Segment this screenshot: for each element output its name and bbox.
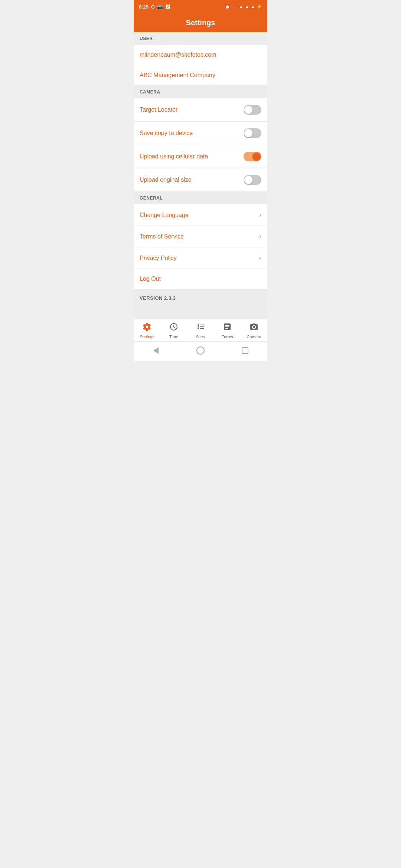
sites-nav-icon bbox=[196, 322, 205, 333]
target-locator-thumb bbox=[244, 106, 252, 114]
change-language-arrow: › bbox=[259, 211, 261, 219]
forms-nav-icon bbox=[223, 322, 232, 333]
upload-cellular-toggle[interactable] bbox=[244, 152, 261, 161]
svg-point-4 bbox=[198, 328, 199, 329]
upload-original-track bbox=[244, 175, 261, 185]
privacy-policy-label: Privacy Policy bbox=[140, 255, 177, 262]
save-copy-thumb bbox=[244, 129, 252, 137]
time-nav-icon bbox=[169, 322, 178, 333]
change-language-label: Change Language bbox=[140, 212, 189, 218]
log-out-label: Log Out bbox=[140, 276, 161, 282]
notification-icon-3: 🖼 bbox=[165, 4, 170, 10]
camera-nav-label: Camera bbox=[247, 335, 261, 339]
svg-point-0 bbox=[198, 324, 199, 326]
version-label: VERSION 2.3.3 bbox=[140, 295, 176, 301]
svg-text:+: + bbox=[256, 323, 258, 326]
nav-time[interactable]: Time bbox=[163, 322, 184, 339]
svg-rect-5 bbox=[200, 328, 204, 329]
forms-nav-label: Forms bbox=[221, 335, 233, 339]
wifi-icon: ▲ bbox=[239, 4, 243, 9]
privacy-policy-arrow: › bbox=[259, 254, 261, 262]
notification-icon-2: 📷 bbox=[157, 4, 163, 10]
upload-cellular-track bbox=[244, 152, 261, 161]
user-email: mlindenbaum@sitefotos.com bbox=[140, 52, 216, 58]
svg-rect-1 bbox=[200, 325, 204, 325]
alarm-icon: ⏰ bbox=[225, 4, 230, 9]
back-icon bbox=[153, 347, 159, 354]
save-copy-track bbox=[244, 128, 261, 138]
target-locator-track bbox=[244, 105, 261, 115]
app-bar: Settings bbox=[134, 13, 267, 32]
settings-nav-icon bbox=[143, 322, 151, 333]
svg-rect-3 bbox=[200, 326, 204, 327]
save-copy-item[interactable]: Save copy to device bbox=[134, 122, 267, 145]
status-bar: 8:29 ⊙ 📷 🖼 ⏰ 📍 ▲ ▲ ▲ ⚡ bbox=[134, 0, 267, 13]
section-header-user: USER bbox=[134, 32, 267, 45]
upload-original-label: Upload original size bbox=[140, 177, 192, 183]
nav-settings[interactable]: Settings bbox=[137, 322, 157, 339]
settings-nav-label: Settings bbox=[140, 335, 154, 339]
upload-cellular-item[interactable]: Upload using cellular data bbox=[134, 145, 267, 168]
target-locator-toggle[interactable] bbox=[244, 105, 261, 115]
signal-icon-2: ▲ bbox=[251, 4, 255, 9]
version-section: VERSION 2.3.3 bbox=[134, 289, 267, 319]
nav-forms[interactable]: Forms bbox=[217, 322, 238, 339]
nav-sites[interactable]: Sites bbox=[190, 322, 211, 339]
section-header-general: GENERAL bbox=[134, 192, 267, 204]
terms-of-service-label: Terms of Service bbox=[140, 233, 184, 240]
battery-icon: ⚡ bbox=[257, 4, 262, 9]
user-company: ABC Management Company bbox=[140, 72, 215, 79]
bottom-nav: Settings Time Sites Forms bbox=[134, 319, 267, 341]
notification-icon-1: ⊙ bbox=[151, 4, 155, 10]
user-company-item[interactable]: ABC Management Company bbox=[134, 65, 267, 86]
save-copy-toggle[interactable] bbox=[244, 128, 261, 138]
recents-button[interactable] bbox=[240, 345, 250, 356]
section-header-camera: CAMERA bbox=[134, 86, 267, 98]
sites-nav-label: Sites bbox=[196, 335, 205, 339]
status-left: 8:29 ⊙ 📷 🖼 bbox=[139, 4, 170, 10]
home-icon bbox=[196, 346, 205, 355]
time-nav-label: Time bbox=[169, 335, 178, 339]
signal-icon-1: ▲ bbox=[245, 4, 249, 9]
terms-of-service-arrow: › bbox=[259, 233, 261, 240]
camera-nav-icon: + bbox=[250, 322, 258, 333]
user-email-item[interactable]: mlindenbaum@sitefotos.com bbox=[134, 45, 267, 65]
upload-original-thumb bbox=[244, 176, 252, 184]
location-icon: 📍 bbox=[232, 4, 237, 9]
upload-original-item[interactable]: Upload original size bbox=[134, 168, 267, 192]
svg-point-2 bbox=[198, 326, 199, 328]
target-locator-label: Target Locator bbox=[140, 106, 177, 113]
back-button[interactable] bbox=[151, 345, 161, 356]
system-nav-bar bbox=[134, 341, 267, 361]
status-time: 8:29 bbox=[139, 4, 149, 10]
save-copy-label: Save copy to device bbox=[140, 130, 193, 137]
status-right: ⏰ 📍 ▲ ▲ ▲ ⚡ bbox=[225, 4, 262, 9]
upload-cellular-thumb bbox=[252, 152, 261, 161]
target-locator-item[interactable]: Target Locator bbox=[134, 98, 267, 122]
upload-cellular-label: Upload using cellular data bbox=[140, 153, 208, 160]
terms-of-service-item[interactable]: Terms of Service › bbox=[134, 226, 267, 247]
recents-icon bbox=[242, 347, 248, 354]
change-language-item[interactable]: Change Language › bbox=[134, 204, 267, 226]
app-title: Settings bbox=[186, 19, 215, 27]
home-button[interactable] bbox=[195, 345, 206, 356]
nav-camera[interactable]: + Camera bbox=[244, 322, 264, 339]
upload-original-toggle[interactable] bbox=[244, 175, 261, 185]
log-out-item[interactable]: Log Out bbox=[134, 269, 267, 289]
privacy-policy-item[interactable]: Privacy Policy › bbox=[134, 247, 267, 269]
